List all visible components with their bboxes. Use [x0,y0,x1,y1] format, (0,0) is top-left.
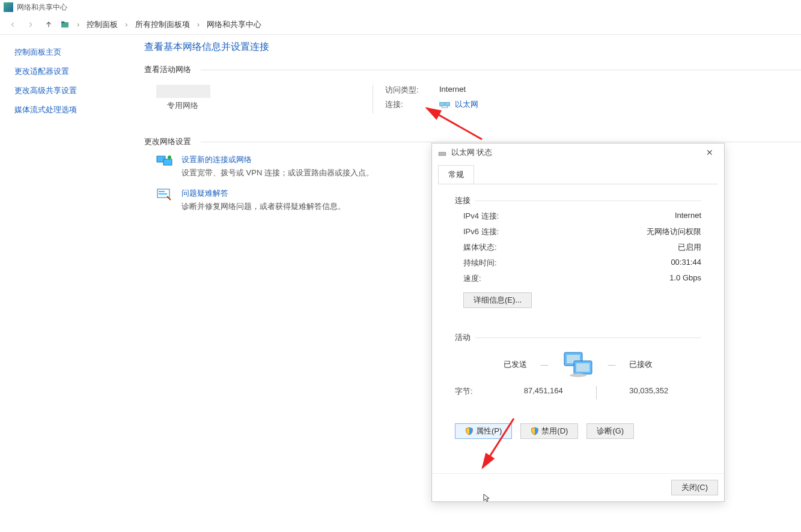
page-heading: 查看基本网络信息并设置连接 [144,41,801,53]
svg-rect-3 [445,102,450,106]
sent-label: 已发送 [455,359,527,370]
access-type-value: Internet [439,85,466,95]
chevron-right-icon: › [75,20,82,29]
close-button[interactable]: 关闭(C) [671,480,718,495]
svg-rect-9 [159,193,167,195]
breadcrumb-l2[interactable]: 所有控制面板项 [135,19,190,30]
tab-general[interactable]: 常规 [438,165,474,184]
dialog-nic-icon [438,150,446,156]
svg-rect-1 [61,21,64,23]
annotation-arrow-2 [472,414,520,474]
network-type: 专用网络 [156,100,349,111]
breadcrumb-l1[interactable]: 控制面板 [87,19,118,30]
sidebar-adapter-settings[interactable]: 更改适配器设置 [14,66,118,77]
cursor-icon [483,493,492,503]
window-title: 网络和共享中心 [17,2,67,13]
app-icon [4,2,13,12]
details-button[interactable]: 详细信息(E)... [463,292,532,308]
sidebar-media-streaming[interactable]: 媒体流式处理选项 [14,104,118,115]
media-state-label: 媒体状态: [463,242,497,253]
ipv4-value: Internet [675,211,701,222]
close-icon[interactable]: ✕ [701,148,718,157]
sidebar-advanced-sharing[interactable]: 更改高级共享设置 [14,85,118,96]
bytes-sent: 87,451,164 [491,386,596,399]
nav-up-icon[interactable] [42,18,55,31]
connection-link[interactable]: 以太网 [455,100,478,109]
group-connection: 连接 [455,195,701,206]
diagnose-button[interactable]: 诊断(G) [586,423,634,439]
svg-rect-2 [440,102,445,106]
setup-connection-desc: 设置宽带、拨号或 VPN 连接；或设置路由器或接入点。 [181,168,374,178]
media-state-value: 已启用 [678,242,701,253]
ethernet-status-dialog: 以太网 状态 ✕ 常规 连接 IPv4 连接:Internet IPv6 连接:… [431,143,725,502]
svg-rect-8 [159,191,165,192]
troubleshoot-desc: 诊断并修复网络问题，或者获得疑难解答信息。 [181,201,346,212]
folder-icon [60,20,70,29]
bytes-received: 30,035,352 [597,386,702,399]
ethernet-icon [439,101,450,109]
svg-point-16 [570,373,586,377]
access-type-label: 访问类型: [385,85,424,95]
sidebar-home[interactable]: 控制面板主页 [14,47,118,58]
ipv6-label: IPv6 连接: [463,226,499,237]
breadcrumb-l3[interactable]: 网络和共享中心 [207,19,261,30]
address-bar: › 控制面板 › 所有控制面板项 › 网络和共享中心 [0,14,801,35]
ipv6-value: 无网络访问权限 [647,226,701,237]
network-name-redacted [156,85,210,98]
connection-label: 连接: [385,99,424,110]
computers-icon [562,351,594,378]
chevron-right-icon: › [195,20,202,29]
setup-connection-icon [156,154,173,168]
chevron-right-icon: › [123,20,130,29]
shield-icon [531,427,539,435]
duration-value: 00:31:44 [671,258,701,268]
nav-forward-icon[interactable] [24,18,37,31]
active-networks-label: 查看活动网络 [144,64,801,75]
sidebar: 控制面板主页 更改适配器设置 更改高级共享设置 媒体流式处理选项 [0,35,132,532]
speed-label: 速度: [463,273,481,284]
received-label: 已接收 [629,359,701,370]
properties-button[interactable]: 属性(P) [455,423,512,439]
svg-rect-11 [439,153,446,156]
disable-button[interactable]: 禁用(D) [520,423,578,439]
ipv4-label: IPv4 连接: [463,211,499,222]
troubleshoot-link[interactable]: 问题疑难解答 [181,189,228,198]
svg-point-6 [168,156,171,159]
dialog-title: 以太网 状态 [451,148,493,157]
svg-rect-15 [576,363,589,372]
speed-value: 1.0 Gbps [669,273,701,284]
window-titlebar: 网络和共享中心 [0,0,801,14]
group-activity: 活动 [455,332,701,343]
svg-rect-5 [163,159,172,165]
shield-icon [465,427,474,435]
duration-label: 持续时间: [463,258,497,268]
troubleshoot-icon [156,188,173,201]
bytes-label: 字节: [455,386,491,399]
nav-back-icon[interactable] [6,18,19,31]
setup-connection-link[interactable]: 设置新的连接或网络 [181,155,252,164]
